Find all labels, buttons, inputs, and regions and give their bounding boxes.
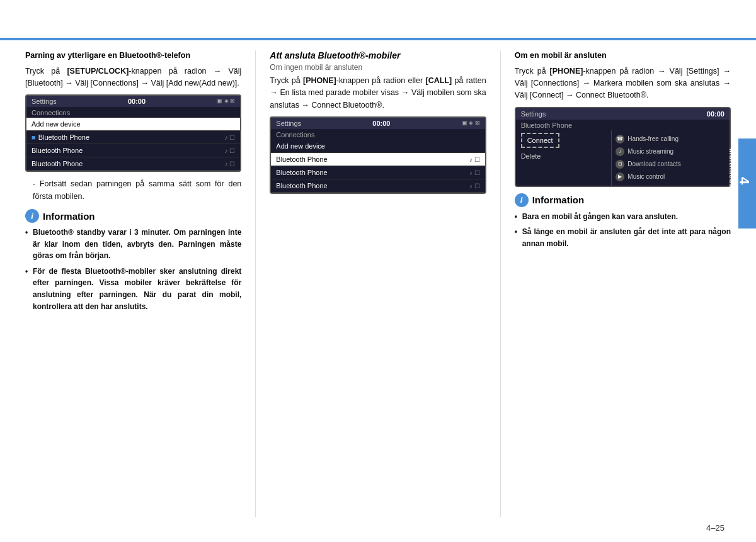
screen3-label: Settings [521, 110, 546, 118]
screen2-row4-icons: ♪ ☐ [469, 183, 480, 189]
divider-2 [500, 50, 501, 517]
page-number: 4–25 [706, 523, 724, 533]
column-1: Parning av ytterligare en Bluetooth®-tel… [25, 50, 253, 517]
screen1-time: 00:00 [128, 98, 146, 105]
col3-section-title: Om en mobil är ansluten [515, 50, 731, 62]
screen3-opt1: ☎ Hands-free calling [616, 133, 726, 145]
col3-device-screen: Settings 00:00 Bluetooth Phone Connect D… [515, 107, 731, 187]
screen3-opt4: ▶ Music control [616, 171, 726, 183]
col2-subsection: Om ingen mobil är ansluten [270, 63, 486, 72]
screen3-opt2-icon: ♪ [616, 147, 624, 156]
screen2-row3: Bluetooth Phone ♪ ☐ [271, 166, 484, 179]
col3-bold1: [PHONE] [550, 67, 583, 76]
screen3-connect-btn[interactable]: Connect [521, 133, 559, 148]
col1-info-box: i Information Bluetooth® standby varar i… [25, 209, 241, 312]
col3-info-title: i Information [515, 193, 731, 207]
column-2: Att ansluta Bluetooth®-mobiler Om ingen … [258, 50, 497, 517]
screen1-row1: Add new device [26, 118, 240, 131]
col2-device-screen: Settings 00:00 ▣ ◈ ⊠ Connections Add new… [270, 116, 486, 194]
col3-info-box: i Information Bara en mobil åt gången ka… [515, 193, 731, 250]
screen1-row2-icons: ♪ ☐ [225, 134, 236, 141]
col1-info-title: i Information [25, 209, 241, 223]
col2-body1: Tryck på [PHONE]-knappen på radion eller… [270, 75, 486, 111]
col1-bold1: [SETUP/CLOCK] [67, 67, 129, 76]
chapter-number: 4 [736, 177, 752, 185]
screen1-row4: Bluetooth Phone ♪ ☐ [26, 157, 240, 171]
screen2-icons: ▣ ◈ ⊠ [462, 120, 480, 127]
col1-text1: -knappen på radion → Välj [Bluetooth] → … [25, 67, 241, 88]
screen2-section: Connections [271, 129, 484, 140]
col2-text1: -knappen på radion eller [336, 76, 426, 85]
top-decorative-line [0, 38, 756, 40]
screen1-section: Connections [26, 107, 240, 118]
col1-info-icon: i [25, 209, 39, 223]
screen3-opt4-icon: ▶ [616, 172, 624, 181]
screen2-row4: Bluetooth Phone ♪ ☐ [271, 179, 484, 193]
screen3-content: Connect Delete ☎ Hands-free calling ♪ Mu… [516, 130, 730, 186]
col3-text1: -knappen på radion → Välj [Settings] → V… [515, 67, 731, 100]
screen2-row3-icons: ♪ ☐ [469, 169, 480, 176]
col1-body1: Tryck på [SETUP/CLOCK]-knappen på radion… [25, 65, 241, 90]
screen3-bt-label: Bluetooth Phone [516, 120, 730, 130]
col3-info-item-2: Så länge en mobil är ansluten går det in… [515, 226, 731, 249]
chapter-tab: 4 Multimediasystem [738, 138, 756, 229]
screen1-row3: Bluetooth Phone ♪ ☐ [26, 144, 240, 157]
divider-1 [255, 50, 256, 517]
col2-bold2: [CALL] [425, 76, 452, 85]
screen2-header: Settings 00:00 ▣ ◈ ⊠ [271, 118, 484, 129]
screen2-row2-icons: ♪ ☐ [469, 156, 480, 163]
screen1-icons: ▣ ◈ ⊠ [217, 98, 235, 105]
column-3: Om en mobil är ansluten Tryck på [PHONE]… [503, 50, 731, 517]
screen3-right-panel: ☎ Hands-free calling ♪ Music streaming ⊟… [612, 130, 730, 186]
screen3-left-panel: Connect Delete [516, 130, 612, 186]
col1-section-title: Parning av ytterligare en Bluetooth®-tel… [25, 50, 241, 62]
screen3-opt3: ⊟ Download contacts [616, 158, 726, 171]
screen3-header: Settings 00:00 [516, 108, 730, 120]
screen3-opt1-icon: ☎ [616, 135, 624, 144]
col3-info-icon: i [515, 193, 529, 207]
col3-body1: Tryck på [PHONE]-knappen på radion → Väl… [515, 65, 731, 102]
screen3-time: 00:00 [707, 110, 724, 118]
screen3-delete: Delete [516, 150, 612, 162]
col1-info-item-1: Bluetooth® standby varar i 3 minuter. Om… [25, 227, 241, 262]
page-content: Parning av ytterligare en Bluetooth®-tel… [25, 50, 731, 517]
screen1-row2: ■ Bluetooth Phone ♪ ☐ [26, 131, 240, 144]
screen1-row4-icons: ♪ ☐ [225, 161, 236, 167]
col3-info-list: Bara en mobil åt gången kan vara anslute… [515, 211, 731, 250]
screen3-opt3-icon: ⊟ [616, 160, 624, 169]
col1-info-item-2: För de flesta Bluetooth®-mobiler sker an… [25, 266, 241, 312]
screen2-row1: Add new device [271, 140, 484, 153]
col2-bold1: [PHONE] [303, 76, 336, 85]
col1-continuation: - Fortsätt sedan parningen på samma sätt… [25, 178, 241, 203]
chapter-label: Multimediasystem [728, 149, 736, 218]
screen1-row3-icons: ♪ ☐ [225, 147, 236, 154]
screen2-row2: Bluetooth Phone ♪ ☐ [271, 153, 484, 166]
col3-info-item-1: Bara en mobil åt gången kan vara anslute… [515, 211, 731, 223]
screen1-label: Settings [32, 98, 57, 105]
screen1-row2-icon: ■ [32, 133, 36, 141]
col1-device-screen: Settings 00:00 ▣ ◈ ⊠ Connections Add new… [25, 94, 241, 172]
col2-section-title: Att ansluta Bluetooth®-mobiler [270, 50, 486, 60]
screen2-time: 00:00 [372, 120, 390, 127]
screen3-opt2: ♪ Music streaming [616, 145, 726, 158]
col1-info-list: Bluetooth® standby varar i 3 minuter. Om… [25, 227, 241, 312]
screen1-header: Settings 00:00 ▣ ◈ ⊠ [26, 96, 240, 107]
screen2-label: Settings [276, 120, 301, 127]
